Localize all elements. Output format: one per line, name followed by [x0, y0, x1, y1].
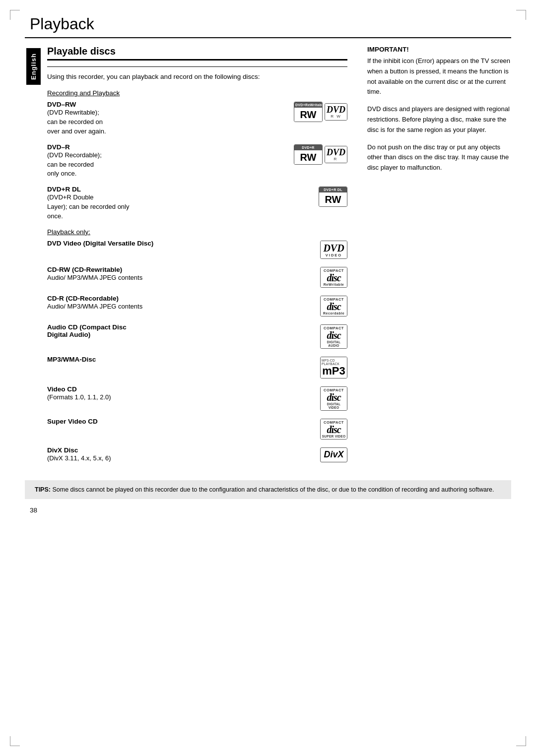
disc-info-cdrw: CD-RW (CD-Rewritable) Audio/ MP3/WMA JPE… — [47, 266, 315, 283]
logo-rw-top-dvdrdl: DVD+R DL — [319, 187, 347, 192]
content-area: English Playable discs Using this record… — [25, 46, 511, 470]
logo-rw-rewritable: DVD+ReWritable RW — [294, 102, 323, 122]
logo-dvd-rw-sub: R W — [331, 114, 341, 119]
disc-info-dvd-rw: DVD–RW (DVD Rewritable);can be recorded … — [47, 101, 289, 136]
disc-info-cdr: CD-R (CD-Recordable) Audio/ MP3/WMA JPEG… — [47, 295, 315, 312]
disc-name-dvd-rw: DVD–RW — [47, 101, 289, 108]
logo-dvd-rw-body: DVD R W — [325, 104, 347, 120]
logo-compact-da-bottom: DIGITAL AUDIO — [322, 340, 346, 347]
disc-entry-mp3: MP3/WMA-Disc MP3-CD PLAYBACK mP3 — [47, 356, 347, 378]
title-rule — [25, 37, 511, 38]
disc-info-svcd: Super Video CD — [47, 418, 315, 425]
tips-label: TIPS: — [35, 486, 51, 493]
disc-name-svcd: Super Video CD — [47, 418, 315, 425]
disc-name-dvdrdl: DVD+R DL — [47, 186, 314, 193]
corner-mark-tr — [516, 10, 526, 20]
important-para-1: If the inhibit icon (Error) appears on t… — [367, 56, 511, 97]
disc-info-videocd: Video CD (Formats 1.0, 1.1, 2.0) — [47, 385, 315, 402]
logo-compact-digital-video: COMPACT disc DIGITAL VIDEO — [320, 386, 347, 411]
important-heading: IMPORTANT! — [367, 46, 511, 53]
logo-dvd-r-sub: R — [334, 157, 338, 161]
disc-info-mp3: MP3/WMA-Disc — [47, 356, 315, 363]
main-content: Playable discs Using this recorder, you … — [42, 46, 511, 470]
logo-compact-rw-bottom: ReWritable — [324, 283, 344, 286]
logo-dvd-video-body: DVD VIDEO — [321, 241, 347, 258]
disc-logos-mp3: MP3-CD PLAYBACK mP3 — [320, 357, 347, 378]
disc-logos-videocd: COMPACT disc DIGITAL VIDEO — [320, 386, 347, 411]
logo-mp3-playback: MP3-CD PLAYBACK mP3 — [320, 357, 347, 378]
disc-name-videocd: Video CD — [47, 385, 315, 393]
logo-rw-symbol-dl: RW — [325, 194, 341, 204]
disc-name-cdrw: CD-RW (CD-Rewritable) — [47, 266, 315, 273]
disc-entry-audiocd: Audio CD (Compact DiscDigital Audio) COM… — [47, 323, 347, 349]
section-title: Playable discs — [47, 46, 347, 61]
disc-entry-cdrw: CD-RW (CD-Rewritable) Audio/ MP3/WMA JPE… — [47, 266, 347, 288]
disc-name-divx: DivX Disc — [47, 446, 315, 454]
tips-text: Some discs cannot be played on this reco… — [51, 486, 494, 493]
logo-compact-dv-body: COMPACT disc DIGITAL VIDEO — [321, 387, 347, 410]
logo-rw-top-dvdr: DVD+R — [294, 145, 322, 150]
disc-name-dvd-r: DVD–R — [47, 143, 289, 151]
disc-entry-svcd: Super Video CD COMPACT disc SUPER VIDEO — [47, 418, 347, 440]
logo-rw-dvdrdl: DVD+R DL RW — [319, 187, 347, 207]
logo-compact-recordable: COMPACT disc Recordable — [320, 296, 347, 316]
disc-desc-dvdrdl: (DVD+R DoubleLayer); can be recorded onl… — [47, 193, 129, 220]
disc-desc-videocd: (Formats 1.0, 1.1, 2.0) — [47, 393, 111, 401]
corner-mark-bl — [10, 736, 20, 746]
logo-mp3-main: mP3 — [322, 366, 345, 377]
logo-dvd-video-sub: VIDEO — [326, 253, 342, 257]
disc-logos-svcd: COMPACT disc SUPER VIDEO — [320, 419, 347, 440]
disc-logos-dvd-r: DVD+R RW DVD R — [294, 144, 347, 165]
logo-divx: DivX — [320, 447, 347, 462]
important-para-2: DVD discs and players are designed with … — [367, 104, 511, 135]
disc-logos-audiocd: COMPACT disc DIGITAL AUDIO — [320, 324, 347, 349]
logo-rw-body-dvdr: RW — [294, 150, 322, 164]
logo-dvd-text: DVD — [327, 105, 345, 114]
disc-desc-dvd-r: (DVD Recordable);can be recordedonly onc… — [47, 151, 102, 178]
logo-dvd-r-text: DVD — [327, 148, 345, 157]
disc-name-mp3: MP3/WMA-Disc — [47, 356, 315, 363]
logo-dvd-rw: DVD R W — [325, 103, 347, 121]
disc-desc-divx: (DivX 3.11, 4.x, 5.x, 6) — [47, 454, 111, 462]
disc-logos-cdr: COMPACT disc Recordable — [320, 296, 347, 316]
logo-compact-dv-bottom: DIGITAL VIDEO — [322, 402, 346, 409]
disc-entry-divx: DivX Disc (DivX 3.11, 4.x, 5.x, 6) DivX — [47, 446, 347, 463]
logo-dvd-video-text: DVD — [323, 243, 344, 253]
logo-compact-da-disc: disc — [327, 330, 340, 340]
disc-desc-dvd-rw: (DVD Rewritable);can be recorded onover … — [47, 109, 106, 135]
playback-only-heading: Playback only: — [47, 228, 347, 236]
language-tab: English — [26, 48, 41, 85]
logo-compact-sv-bottom: SUPER VIDEO — [322, 435, 346, 438]
logo-compact-r-body: COMPACT disc Recordable — [321, 296, 347, 316]
logo-compact-rewritable: COMPACT disc ReWritable — [320, 267, 347, 288]
logo-dvd-r-body: DVD R — [325, 146, 347, 163]
disc-desc-cdrw: Audio/ MP3/WMA JPEG contents — [47, 274, 142, 281]
logo-compact-da-body: COMPACT disc DIGITAL AUDIO — [321, 325, 347, 348]
logo-rw-symbol: RW — [300, 110, 317, 120]
disc-info-dvdrdl: DVD+R DL (DVD+R DoubleLayer); can be rec… — [47, 186, 314, 221]
logo-dvd-video: DVD VIDEO — [320, 241, 347, 259]
disc-name-dvd-video: DVD Video (Digital Versatile Disc) — [47, 240, 315, 247]
left-column: Playable discs Using this recorder, you … — [42, 46, 347, 470]
disc-entry-dvdrdl: DVD+R DL (DVD+R DoubleLayer); can be rec… — [47, 186, 347, 221]
logo-compact-digital-audio: COMPACT disc DIGITAL AUDIO — [320, 324, 347, 349]
important-para-3: Do not push on the disc tray or put any … — [367, 142, 511, 173]
disc-entry-videocd: Video CD (Formats 1.0, 1.1, 2.0) COMPACT… — [47, 385, 347, 411]
disc-info-audiocd: Audio CD (Compact DiscDigital Audio) — [47, 323, 315, 338]
disc-entry-dvd-rw: DVD–RW (DVD Rewritable);can be recorded … — [47, 101, 347, 136]
logo-divx-text: DivX — [324, 449, 343, 460]
right-column: IMPORTANT! If the inhibit icon (Error) a… — [357, 46, 511, 470]
disc-info-dvd-video: DVD Video (Digital Versatile Disc) — [47, 240, 315, 247]
logo-rw-top-dvdrw: DVD+ReWritable — [294, 102, 322, 108]
logo-compact-r-disc: disc — [327, 302, 340, 312]
sidebar: English — [25, 46, 42, 470]
corner-mark-tl — [10, 10, 20, 20]
logo-rw-symbol-r: RW — [300, 152, 317, 162]
disc-entry-dvd-r: DVD–R (DVD Recordable);can be recordedon… — [47, 143, 347, 179]
logo-compact-sv-disc: disc — [327, 425, 340, 435]
disc-logos-divx: DivX — [320, 447, 347, 462]
logo-dvd-r: DVD R — [325, 146, 347, 163]
disc-desc-cdr: Audio/ MP3/WMA JPEG contents — [47, 303, 142, 310]
disc-name-audiocd: Audio CD (Compact DiscDigital Audio) — [47, 323, 315, 338]
disc-info-divx: DivX Disc (DivX 3.11, 4.x, 5.x, 6) — [47, 446, 315, 463]
